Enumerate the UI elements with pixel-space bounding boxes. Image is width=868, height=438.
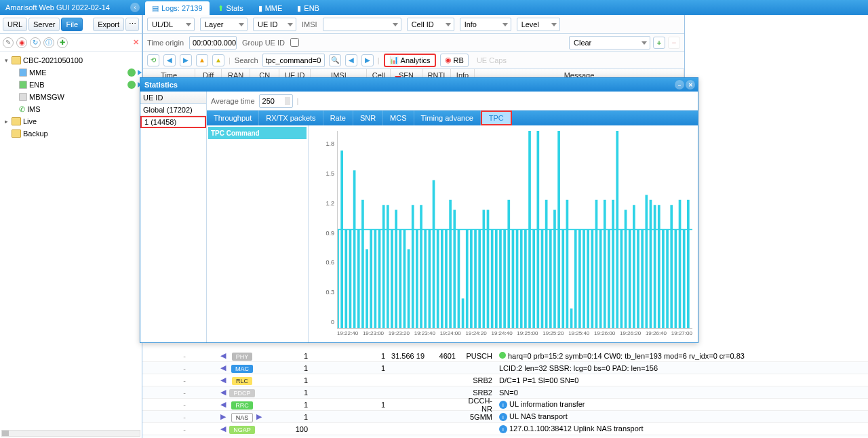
tab-stats[interactable]: ⬆Stats xyxy=(211,1,250,15)
search-prev-icon[interactable]: ◀ xyxy=(345,54,357,66)
h-scrollbar[interactable] xyxy=(1,430,140,437)
info-icon: i xyxy=(499,413,507,421)
ue-caps-disabled: UE Caps xyxy=(473,56,511,64)
export-button[interactable]: Export xyxy=(93,18,124,31)
stat-tab-timingadvance[interactable]: Timing advance xyxy=(414,111,481,125)
imsi-label: IMSI xyxy=(302,20,317,28)
url-button[interactable]: URL xyxy=(3,18,27,31)
imsi-dropdown[interactable] xyxy=(323,18,401,31)
toggle-icon[interactable]: ▸ xyxy=(3,118,9,125)
log-row[interactable]: -▶NAS▶15GMMiUL NAS transport xyxy=(142,411,868,423)
search-input[interactable] xyxy=(262,54,325,67)
log-row[interactable]: -◀PHY1131.566 19 4601PUSCHharq=0 prb=15:… xyxy=(142,350,868,362)
tree-node-mbmsgw[interactable]: MBMSGW xyxy=(0,91,142,103)
log-row[interactable]: -◀RLC1SRB2D/C=1 P=1 SI=00 SN=0 xyxy=(142,374,868,386)
tab-enb[interactable]: ▮ENB xyxy=(290,1,326,15)
btn-label: Analytics xyxy=(401,56,431,64)
ue-item-global[interactable]: Global (17202) xyxy=(140,104,206,116)
log-row[interactable]: -◀MAC11LCID:2 len=32 SBSR: lcg=0 bs=0 PA… xyxy=(142,362,868,374)
filter-bar-2: Time origin 00:00:00.000 Group UE ID Cle… xyxy=(143,34,684,52)
tab-mme[interactable]: ▮MME xyxy=(252,1,290,15)
stop-icon[interactable]: ◉ xyxy=(16,37,27,48)
stat-tab-throughput[interactable]: Throughput xyxy=(207,111,259,125)
x-tick: 19:25:00 xyxy=(517,330,538,341)
binoculars-icon[interactable]: 🔍 xyxy=(329,54,341,66)
file-button[interactable]: File xyxy=(61,18,83,31)
close-icon[interactable]: ✕ xyxy=(686,80,695,89)
close-panel-icon[interactable]: ✕ xyxy=(133,38,139,47)
filter-icon[interactable]: ✎ xyxy=(3,37,14,48)
nav-prev-icon[interactable]: ◀ xyxy=(163,54,176,66)
toggle-icon[interactable]: ▾ xyxy=(3,57,9,64)
tree-node-mme[interactable]: MME xyxy=(0,66,142,79)
ueid-dropdown[interactable]: UE ID xyxy=(253,18,296,31)
tree-backup[interactable]: Backup xyxy=(0,127,142,140)
y-tick: 1.2 xyxy=(326,200,334,207)
tab-logs[interactable]: ▤Logs: 27139 xyxy=(145,1,210,15)
log-row[interactable]: -◀PDCP1SRB2SN=0 xyxy=(142,386,868,399)
tree-label: Backup xyxy=(23,130,48,138)
layer-tag: RRC xyxy=(231,401,253,410)
tree-root[interactable]: ▾ CBC-2021050100 xyxy=(0,54,142,66)
layer-tag: NAS xyxy=(231,413,254,422)
time-origin-input[interactable]: 00:00:00.000 xyxy=(189,36,237,49)
server-button[interactable]: Server xyxy=(28,18,60,31)
folder-icon xyxy=(12,130,21,138)
remove-filter-button[interactable]: − xyxy=(668,37,680,49)
tree-node-enb[interactable]: ENB xyxy=(0,79,142,91)
warn-icon[interactable]: ▲ xyxy=(196,54,208,66)
stat-tab-mcs[interactable]: MCS xyxy=(383,111,414,125)
stat-tab-rxtxpackets[interactable]: RX/TX packets xyxy=(259,111,323,125)
log-row[interactable]: -◀NGAP100i127.0.1.100:38412 Uplink NAS t… xyxy=(142,423,868,435)
legend-item[interactable]: TPC Command xyxy=(208,127,307,139)
clear-dropdown[interactable]: Clear xyxy=(569,36,650,49)
dir-icon: ◀ xyxy=(220,400,226,409)
x-tick: 19:26:00 xyxy=(594,330,615,341)
dir-icon: ◀ xyxy=(220,376,226,384)
cellid-dropdown[interactable]: Cell ID xyxy=(407,18,454,31)
uldl-dropdown[interactable]: UL/DL xyxy=(147,18,195,31)
refresh-icon[interactable]: ↻ xyxy=(30,37,41,48)
dd-label: Layer xyxy=(205,20,224,28)
tab-label: ENB xyxy=(304,4,319,12)
stat-tab-tpc[interactable]: TPC xyxy=(481,111,512,125)
x-tick: 19:23:20 xyxy=(389,330,410,341)
minimize-icon[interactable]: – xyxy=(675,80,684,89)
stats-titlebar[interactable]: Statistics – ✕ xyxy=(140,78,698,92)
input-value: 00:00:00.000 xyxy=(193,39,236,47)
stats-icon: ⬆ xyxy=(218,4,224,13)
search-next-icon[interactable]: ▶ xyxy=(361,54,374,66)
layer-dropdown[interactable]: Layer xyxy=(200,18,248,31)
add-icon[interactable]: ✚ xyxy=(57,37,68,48)
stat-tab-rate[interactable]: Rate xyxy=(323,111,353,125)
rb-button[interactable]: ◉RB xyxy=(440,54,469,67)
x-axis: 19:22:4019:23:0019:23:2019:23:4019:24:00… xyxy=(337,330,692,341)
x-tick: 19:26:20 xyxy=(620,330,641,341)
log-row[interactable]: -◀RLC1SRB2D/C=0 CPT=0 ACK_SN=1 xyxy=(142,435,868,437)
export-more-button[interactable]: ⋯ xyxy=(125,18,139,31)
play-icon[interactable] xyxy=(138,70,142,75)
group-checkbox[interactable] xyxy=(290,38,299,47)
log-row[interactable]: -◀RRC11DCCH-NRiUL information transfer xyxy=(142,399,868,411)
info-icon: i xyxy=(499,425,507,433)
nav-next-icon[interactable]: ▶ xyxy=(180,54,192,66)
collapse-panel-icon[interactable]: ‹ xyxy=(130,3,140,12)
info-dropdown[interactable]: Info xyxy=(460,18,511,31)
scroll-thumb[interactable] xyxy=(2,431,9,436)
tree-live[interactable]: ▸ Live xyxy=(0,115,142,127)
alert-icon[interactable]: ▲ xyxy=(212,54,224,66)
folder-icon xyxy=(12,56,21,64)
tree-node-ims[interactable]: ✆ IMS xyxy=(0,103,142,115)
stat-tab-snr[interactable]: SNR xyxy=(353,111,383,125)
info-icon[interactable]: ⓘ xyxy=(43,37,54,48)
add-filter-button[interactable]: + xyxy=(653,37,665,49)
analytics-button[interactable]: 📊Analytics xyxy=(384,54,436,67)
tab-label: MME xyxy=(265,4,283,12)
nav-first-icon[interactable]: ⟲ xyxy=(147,54,159,66)
level-dropdown[interactable]: Level xyxy=(517,18,560,31)
filter-bar-1: UL/DL Layer UE ID IMSI Cell ID Info Leve… xyxy=(143,15,684,34)
toggle-icon[interactable] xyxy=(3,130,9,137)
avg-spinner[interactable]: 250 xyxy=(259,94,293,108)
stats-title-text: Statistics xyxy=(144,81,178,89)
ue-item-selected[interactable]: 1 (14458) xyxy=(140,116,206,128)
